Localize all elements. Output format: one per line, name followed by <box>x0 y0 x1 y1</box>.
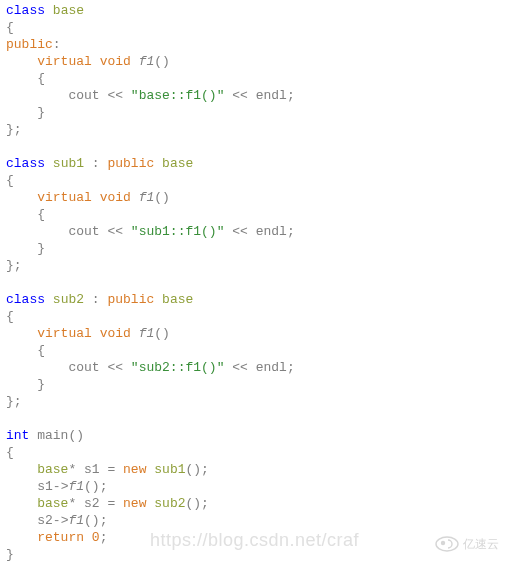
keyword-new: new <box>123 496 146 511</box>
type-base: base <box>37 462 68 477</box>
fn-f1: f1 <box>139 54 155 69</box>
var-s2: s2 <box>84 496 100 511</box>
keyword-class: class <box>6 156 45 171</box>
type-base: base <box>53 3 84 18</box>
keyword-public: public <box>107 156 154 171</box>
number-zero: 0 <box>92 530 100 545</box>
type-base: base <box>162 292 193 307</box>
type-base: base <box>162 156 193 171</box>
string-literal: "sub2::f1()" <box>131 360 225 375</box>
id-endl: endl <box>256 360 287 375</box>
keyword-new: new <box>123 462 146 477</box>
type-sub1: sub1 <box>154 462 185 477</box>
string-literal: "base::f1()" <box>131 88 225 103</box>
type-sub2: sub2 <box>53 292 84 307</box>
keyword-public: public <box>107 292 154 307</box>
fn-f1: f1 <box>139 190 155 205</box>
keyword-class: class <box>6 292 45 307</box>
keyword-public: public <box>6 37 53 52</box>
keyword-void: void <box>100 54 131 69</box>
fn-f1: f1 <box>68 479 84 494</box>
var-s1: s1 <box>84 462 100 477</box>
keyword-virtual: virtual <box>37 190 92 205</box>
keyword-int: int <box>6 428 29 443</box>
code-block: class base { public: virtual void f1() {… <box>6 2 505 563</box>
id-cout: cout <box>68 360 99 375</box>
keyword-void: void <box>100 326 131 341</box>
var-s2: s2 <box>37 513 53 528</box>
keyword-return: return <box>37 530 84 545</box>
keyword-void: void <box>100 190 131 205</box>
id-cout: cout <box>68 224 99 239</box>
id-endl: endl <box>256 224 287 239</box>
keyword-class: class <box>6 3 45 18</box>
fn-f1: f1 <box>139 326 155 341</box>
keyword-virtual: virtual <box>37 54 92 69</box>
type-base: base <box>37 496 68 511</box>
fn-f1: f1 <box>68 513 84 528</box>
type-sub2: sub2 <box>154 496 185 511</box>
keyword-virtual: virtual <box>37 326 92 341</box>
type-sub1: sub1 <box>53 156 84 171</box>
var-s1: s1 <box>37 479 53 494</box>
string-literal: "sub1::f1()" <box>131 224 225 239</box>
id-cout: cout <box>68 88 99 103</box>
fn-main: main <box>37 428 68 443</box>
id-endl: endl <box>256 88 287 103</box>
